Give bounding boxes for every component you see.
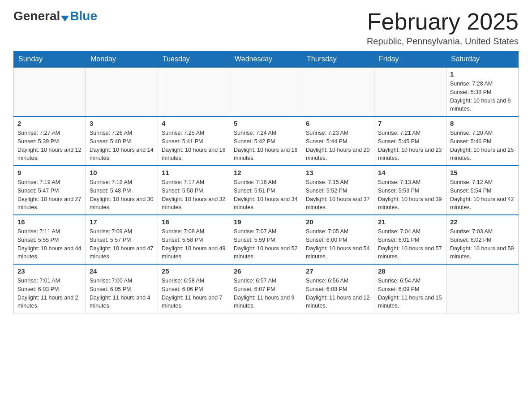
page-header: General Blue February 2025 Republic, Pen… — [13, 9, 519, 47]
calendar-cell — [374, 67, 446, 116]
calendar-cell: 18Sunrise: 7:08 AMSunset: 5:58 PMDayligh… — [158, 215, 230, 264]
day-info: Sunrise: 7:00 AMSunset: 6:05 PMDaylight:… — [90, 277, 154, 310]
weekday-header-friday: Friday — [374, 51, 446, 68]
day-number: 3 — [90, 120, 154, 127]
day-info: Sunrise: 6:57 AMSunset: 6:07 PMDaylight:… — [234, 277, 298, 310]
day-number: 25 — [162, 267, 226, 275]
day-info: Sunrise: 7:27 AMSunset: 5:39 PMDaylight:… — [17, 129, 82, 163]
weekday-header-saturday: Saturday — [446, 51, 519, 68]
week-row-3: 9Sunrise: 7:19 AMSunset: 5:47 PMDaylight… — [14, 166, 519, 215]
day-number: 22 — [450, 218, 515, 226]
day-info: Sunrise: 7:19 AMSunset: 5:47 PMDaylight:… — [17, 178, 82, 212]
day-number: 28 — [378, 267, 442, 275]
day-number: 18 — [162, 218, 226, 226]
calendar-cell: 14Sunrise: 7:13 AMSunset: 5:53 PMDayligh… — [374, 166, 446, 215]
day-number: 1 — [450, 70, 515, 78]
day-number: 9 — [17, 169, 82, 176]
calendar-cell: 19Sunrise: 7:07 AMSunset: 5:59 PMDayligh… — [230, 215, 302, 264]
calendar-cell: 17Sunrise: 7:09 AMSunset: 5:57 PMDayligh… — [86, 215, 158, 264]
calendar-cell: 10Sunrise: 7:18 AMSunset: 5:48 PMDayligh… — [86, 166, 158, 215]
calendar-cell: 11Sunrise: 7:17 AMSunset: 5:50 PMDayligh… — [158, 166, 230, 215]
day-number: 16 — [17, 218, 82, 226]
day-number: 15 — [450, 169, 515, 176]
day-info: Sunrise: 7:18 AMSunset: 5:48 PMDaylight:… — [90, 178, 154, 212]
calendar-cell: 22Sunrise: 7:03 AMSunset: 6:02 PMDayligh… — [446, 215, 519, 264]
day-info: Sunrise: 7:03 AMSunset: 6:02 PMDaylight:… — [450, 227, 515, 261]
day-info: Sunrise: 7:20 AMSunset: 5:46 PMDaylight:… — [450, 129, 515, 163]
calendar-cell — [158, 67, 230, 116]
day-number: 7 — [378, 120, 442, 127]
calendar-cell: 6Sunrise: 7:23 AMSunset: 5:44 PMDaylight… — [302, 116, 374, 166]
calendar-cell: 21Sunrise: 7:04 AMSunset: 6:01 PMDayligh… — [374, 215, 446, 264]
day-info: Sunrise: 6:54 AMSunset: 6:09 PMDaylight:… — [378, 277, 442, 310]
day-number: 26 — [234, 267, 298, 275]
calendar-cell — [14, 67, 86, 116]
calendar-cell — [302, 67, 374, 116]
title-block: February 2025 Republic, Pennsylvania, Un… — [367, 9, 519, 47]
week-row-4: 16Sunrise: 7:11 AMSunset: 5:55 PMDayligh… — [14, 215, 519, 264]
day-number: 17 — [90, 218, 154, 226]
week-row-5: 23Sunrise: 7:01 AMSunset: 6:03 PMDayligh… — [14, 264, 519, 313]
calendar-cell: 5Sunrise: 7:24 AMSunset: 5:42 PMDaylight… — [230, 116, 302, 166]
day-number: 5 — [234, 120, 298, 127]
weekday-header-tuesday: Tuesday — [158, 51, 230, 68]
calendar-cell: 15Sunrise: 7:12 AMSunset: 5:54 PMDayligh… — [446, 166, 519, 215]
calendar-cell: 13Sunrise: 7:15 AMSunset: 5:52 PMDayligh… — [302, 166, 374, 215]
calendar-cell: 12Sunrise: 7:16 AMSunset: 5:51 PMDayligh… — [230, 166, 302, 215]
logo-chevron-icon — [61, 16, 69, 21]
day-info: Sunrise: 7:23 AMSunset: 5:44 PMDaylight:… — [306, 129, 370, 163]
day-info: Sunrise: 7:09 AMSunset: 5:57 PMDaylight:… — [90, 227, 154, 261]
day-info: Sunrise: 6:56 AMSunset: 6:08 PMDaylight:… — [306, 277, 370, 310]
calendar-header-row: SundayMondayTuesdayWednesdayThursdayFrid… — [14, 51, 519, 68]
calendar-cell: 7Sunrise: 7:21 AMSunset: 5:45 PMDaylight… — [374, 116, 446, 166]
calendar-cell: 28Sunrise: 6:54 AMSunset: 6:09 PMDayligh… — [374, 264, 446, 313]
calendar-cell: 24Sunrise: 7:00 AMSunset: 6:05 PMDayligh… — [86, 264, 158, 313]
day-number: 4 — [162, 120, 226, 127]
day-number: 12 — [234, 169, 298, 176]
day-number: 14 — [378, 169, 442, 176]
day-number: 6 — [306, 120, 370, 127]
calendar-cell: 4Sunrise: 7:25 AMSunset: 5:41 PMDaylight… — [158, 116, 230, 166]
weekday-header-thursday: Thursday — [302, 51, 374, 68]
day-info: Sunrise: 7:21 AMSunset: 5:45 PMDaylight:… — [378, 129, 442, 163]
day-info: Sunrise: 7:04 AMSunset: 6:01 PMDaylight:… — [378, 227, 442, 261]
month-title: February 2025 — [367, 9, 519, 34]
weekday-header-wednesday: Wednesday — [230, 51, 302, 68]
day-number: 10 — [90, 169, 154, 176]
logo-blue-text: Blue — [70, 9, 97, 23]
day-info: Sunrise: 7:15 AMSunset: 5:52 PMDaylight:… — [306, 178, 370, 212]
calendar-cell — [86, 67, 158, 116]
logo-general-text: General — [13, 9, 60, 23]
day-number: 27 — [306, 267, 370, 275]
day-number: 24 — [90, 267, 154, 275]
week-row-1: 1Sunrise: 7:28 AMSunset: 5:38 PMDaylight… — [14, 67, 519, 116]
calendar-cell: 23Sunrise: 7:01 AMSunset: 6:03 PMDayligh… — [14, 264, 86, 313]
day-number: 2 — [17, 120, 82, 127]
day-info: Sunrise: 7:13 AMSunset: 5:53 PMDaylight:… — [378, 178, 442, 212]
calendar-cell: 8Sunrise: 7:20 AMSunset: 5:46 PMDaylight… — [446, 116, 519, 166]
day-number: 19 — [234, 218, 298, 226]
day-info: Sunrise: 7:17 AMSunset: 5:50 PMDaylight:… — [162, 178, 226, 212]
day-info: Sunrise: 7:01 AMSunset: 6:03 PMDaylight:… — [17, 277, 82, 310]
day-number: 8 — [450, 120, 515, 127]
calendar-cell — [446, 264, 519, 313]
day-info: Sunrise: 7:24 AMSunset: 5:42 PMDaylight:… — [234, 129, 298, 163]
day-info: Sunrise: 7:16 AMSunset: 5:51 PMDaylight:… — [234, 178, 298, 212]
day-number: 23 — [17, 267, 82, 275]
calendar-cell: 1Sunrise: 7:28 AMSunset: 5:38 PMDaylight… — [446, 67, 519, 116]
week-row-2: 2Sunrise: 7:27 AMSunset: 5:39 PMDaylight… — [14, 116, 519, 166]
calendar-cell — [230, 67, 302, 116]
location-title: Republic, Pennsylvania, United States — [367, 36, 519, 47]
day-info: Sunrise: 7:28 AMSunset: 5:38 PMDaylight:… — [450, 80, 515, 113]
day-info: Sunrise: 7:12 AMSunset: 5:54 PMDaylight:… — [450, 178, 515, 212]
day-info: Sunrise: 7:11 AMSunset: 5:55 PMDaylight:… — [17, 227, 82, 261]
calendar-cell: 26Sunrise: 6:57 AMSunset: 6:07 PMDayligh… — [230, 264, 302, 313]
day-info: Sunrise: 7:05 AMSunset: 6:00 PMDaylight:… — [306, 227, 370, 261]
calendar-cell: 2Sunrise: 7:27 AMSunset: 5:39 PMDaylight… — [14, 116, 86, 166]
day-number: 21 — [378, 218, 442, 226]
day-info: Sunrise: 7:25 AMSunset: 5:41 PMDaylight:… — [162, 129, 226, 163]
calendar-cell: 20Sunrise: 7:05 AMSunset: 6:00 PMDayligh… — [302, 215, 374, 264]
logo: General Blue — [13, 9, 97, 23]
day-number: 11 — [162, 169, 226, 176]
day-info: Sunrise: 7:26 AMSunset: 5:40 PMDaylight:… — [90, 129, 154, 163]
